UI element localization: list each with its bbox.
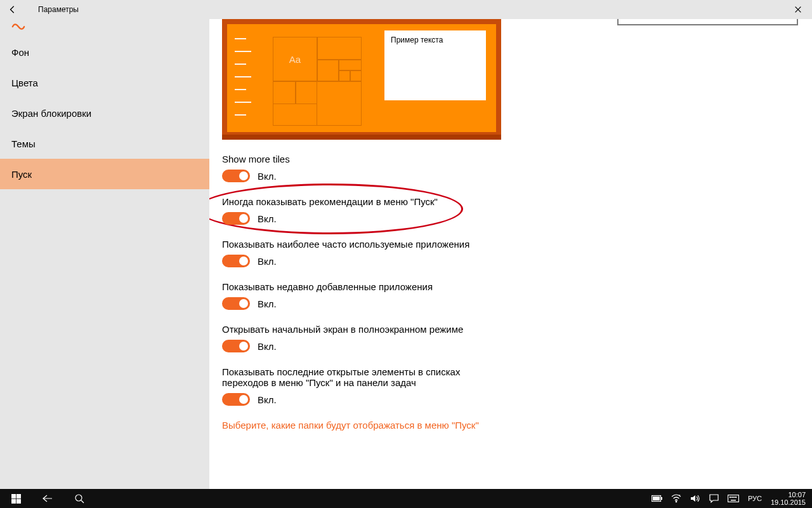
volume-icon[interactable] [686, 489, 705, 508]
system-tray: * РУС 10:07 19.10.2015 [648, 489, 812, 508]
setting-label: Иногда показывать рекомендации в меню "П… [222, 196, 501, 207]
preview-tiles-icon: Aa [273, 37, 362, 126]
setting-most-used: Показывать наиболее часто используемые п… [222, 239, 501, 267]
window-title: Параметры [38, 5, 79, 14]
sidebar-item-themes[interactable]: Темы [0, 128, 209, 159]
language-indicator[interactable]: РУС [743, 495, 767, 502]
choose-folders-link[interactable]: Выберите, какие папки будут отображаться… [222, 420, 501, 431]
toggle-suggestions[interactable] [222, 212, 250, 225]
setting-suggestions: Иногда показывать рекомендации в меню "П… [222, 196, 501, 225]
start-button[interactable] [0, 489, 32, 508]
sidebar-item-label: Пуск [11, 169, 32, 180]
svg-rect-6 [661, 497, 662, 500]
toggle-state: Вкл. [258, 213, 277, 224]
setting-label: Show more tiles [222, 154, 501, 164]
setting-fullscreen-start: Открывать начальный экран в полноэкранно… [222, 324, 501, 352]
clock-date: 19.10.2015 [771, 498, 806, 506]
sidebar-item-label: Темы [11, 138, 36, 149]
toggle-show-more-tiles[interactable] [222, 170, 250, 182]
svg-point-14 [735, 497, 736, 497]
setting-label: Открывать начальный экран в полноэкранно… [222, 324, 501, 335]
setting-label: Показывать недавно добавленные приложени… [222, 281, 501, 292]
setting-label: Показывать последние открытые элементы в… [222, 366, 501, 388]
toggle-fullscreen-start[interactable] [222, 340, 250, 352]
svg-point-12 [731, 497, 732, 497]
back-button[interactable] [0, 0, 25, 19]
battery-icon[interactable] [648, 489, 667, 508]
clock-time: 10:07 [771, 491, 806, 498]
preview-app-list-icon [235, 38, 254, 127]
svg-rect-3 [16, 499, 21, 504]
sidebar-item-label: Экран блокировки [11, 108, 91, 119]
setting-recently-added: Показывать недавно добавленные приложени… [222, 281, 501, 310]
toggle-state: Вкл. [258, 171, 277, 182]
svg-point-8 [676, 501, 677, 502]
titlebar: Параметры [0, 0, 812, 19]
sidebar-item-colors[interactable]: Цвета [0, 67, 209, 98]
taskbar-search-button[interactable] [63, 489, 95, 508]
svg-rect-15 [731, 500, 736, 501]
svg-rect-10 [728, 495, 738, 502]
sidebar-item-label: Фон [11, 47, 29, 58]
svg-rect-1 [16, 494, 21, 498]
toggle-state: Вкл. [258, 256, 277, 267]
toggle-state: Вкл. [258, 298, 277, 309]
toggle-recently-added[interactable] [222, 297, 250, 310]
highlight-annotation-icon [209, 184, 463, 234]
svg-point-4 [75, 495, 82, 501]
taskbar-back-button[interactable] [32, 489, 63, 508]
action-center-icon[interactable] [705, 489, 724, 508]
sidebar-item-start[interactable]: Пуск [0, 159, 209, 189]
svg-rect-0 [11, 494, 16, 498]
close-button[interactable] [783, 0, 812, 19]
taskbar-clock[interactable]: 10:07 19.10.2015 [767, 491, 812, 506]
toggle-jumplist[interactable] [222, 393, 250, 406]
preview-tile-sample: Aa [273, 37, 317, 81]
toggle-state: Вкл. [258, 341, 277, 352]
setting-show-more-tiles: Show more tiles Вкл. [222, 154, 501, 182]
toggle-most-used[interactable] [222, 255, 250, 267]
loading-icon [11, 22, 25, 32]
svg-rect-7 [653, 497, 660, 500]
setting-jumplist: Показывать последние открытые элементы в… [222, 366, 501, 406]
sidebar-item-lockscreen[interactable]: Экран блокировки [0, 98, 209, 128]
content-pane: Aa Пример текста Show more tiles [209, 19, 812, 489]
wifi-icon[interactable]: * [667, 489, 686, 508]
toggle-state: Вкл. [258, 394, 277, 405]
sidebar-item-background[interactable]: Фон [0, 37, 209, 67]
sidebar: Фон Цвета Экран блокировки Темы Пуск [0, 19, 209, 489]
settings-list: Show more tiles Вкл. Иногда показывать р… [222, 154, 501, 431]
dropdown-remnant [617, 19, 798, 25]
svg-rect-2 [11, 499, 16, 504]
taskbar: * РУС 10:07 19.10.2015 [0, 489, 812, 508]
svg-point-13 [733, 497, 734, 497]
svg-point-11 [730, 497, 730, 497]
preview-text-sample: Пример текста [384, 30, 486, 100]
start-preview: Aa Пример текста [222, 19, 501, 140]
sidebar-item-label: Цвета [11, 77, 38, 88]
touch-keyboard-icon[interactable] [724, 489, 743, 508]
setting-label: Показывать наиболее часто используемые п… [222, 239, 501, 250]
